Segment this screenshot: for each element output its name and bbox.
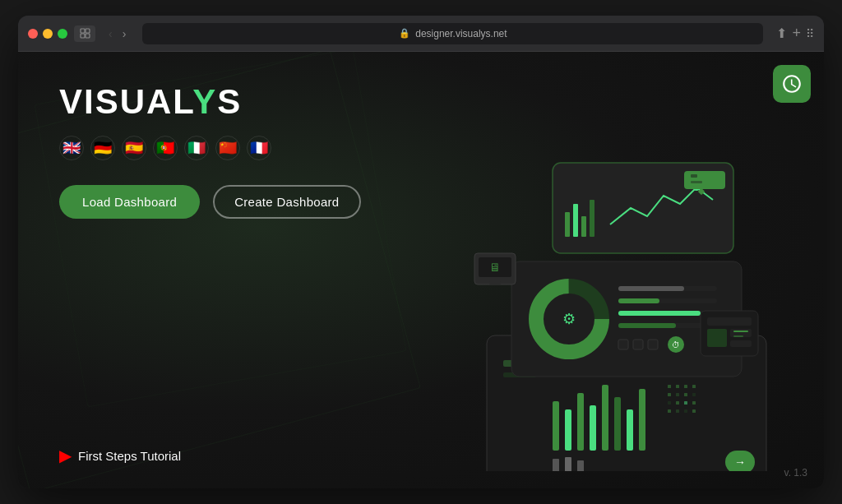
forward-button[interactable]: › xyxy=(119,25,130,42)
svg-rect-9 xyxy=(565,409,571,451)
svg-rect-58 xyxy=(590,200,594,237)
svg-rect-62 xyxy=(691,174,697,178)
svg-rect-72 xyxy=(730,340,752,347)
history-button[interactable] xyxy=(773,65,811,103)
svg-rect-18 xyxy=(577,460,584,471)
language-flags: 🇬🇧 🇩🇪 🇪🇸 🇵🇹 🇮🇹 🇨🇳 🇫🇷 xyxy=(59,136,361,160)
svg-rect-70 xyxy=(707,329,727,347)
svg-rect-63 xyxy=(691,181,702,183)
create-dashboard-button[interactable]: Create Dashboard xyxy=(213,185,360,219)
svg-text:⚙: ⚙ xyxy=(562,311,576,327)
svg-rect-57 xyxy=(581,216,586,237)
version-text: v. 1.3 xyxy=(784,467,807,479)
svg-rect-32 xyxy=(676,409,679,413)
svg-rect-8 xyxy=(553,401,559,451)
add-tab-icon[interactable]: + xyxy=(792,25,801,42)
svg-rect-11 xyxy=(590,405,596,451)
svg-rect-56 xyxy=(573,204,578,237)
svg-rect-16 xyxy=(553,459,559,471)
tab-switcher-button[interactable] xyxy=(74,25,95,42)
svg-rect-14 xyxy=(627,409,633,451)
svg-rect-24 xyxy=(676,393,679,396)
svg-rect-46 xyxy=(618,311,701,316)
svg-rect-49 xyxy=(618,340,628,349)
extensions-icon[interactable]: ⠿ xyxy=(806,27,814,40)
svg-text:→: → xyxy=(734,455,746,469)
flag-it[interactable]: 🇮🇹 xyxy=(184,136,209,160)
svg-rect-34 xyxy=(692,409,696,413)
address-bar[interactable]: 🔒 designer.visualys.net xyxy=(142,23,763,44)
svg-text:🖥: 🖥 xyxy=(489,261,501,274)
svg-rect-0 xyxy=(81,29,85,33)
svg-rect-1 xyxy=(86,29,90,33)
svg-rect-44 xyxy=(618,298,659,303)
share-icon[interactable]: ⬆ xyxy=(776,25,787,41)
svg-text:⏱: ⏱ xyxy=(672,340,680,349)
load-dashboard-button[interactable]: Load Dashboard xyxy=(59,185,200,219)
svg-rect-28 xyxy=(676,401,679,405)
svg-rect-25 xyxy=(684,393,687,396)
lock-icon: 🔒 xyxy=(399,28,410,39)
svg-rect-66 xyxy=(489,281,501,284)
flag-en[interactable]: 🇬🇧 xyxy=(59,136,84,160)
url-text: designer.visualys.net xyxy=(415,28,507,39)
svg-rect-33 xyxy=(684,409,687,413)
logo-special-char: Y xyxy=(192,82,217,121)
close-button[interactable] xyxy=(28,29,38,39)
main-content: VISUALYS 🇬🇧 🇩🇪 🇪🇸 🇵🇹 🇮🇹 🇨🇳 🇫🇷 Load Dashb… xyxy=(18,52,824,488)
svg-rect-20 xyxy=(676,385,679,388)
svg-rect-31 xyxy=(668,409,671,413)
tutorial-link[interactable]: ▶ First Steps Tutorial xyxy=(59,446,181,465)
svg-rect-10 xyxy=(577,393,584,451)
svg-rect-48 xyxy=(618,323,676,328)
left-panel: VISUALYS 🇬🇧 🇩🇪 🇪🇸 🇵🇹 🇮🇹 🇨🇳 🇫🇷 Load Dashb… xyxy=(59,85,361,235)
svg-rect-21 xyxy=(684,385,687,388)
svg-rect-30 xyxy=(692,401,696,405)
svg-rect-27 xyxy=(668,401,671,405)
svg-rect-60 xyxy=(684,171,725,189)
maximize-button[interactable] xyxy=(58,29,67,39)
flag-es[interactable]: 🇪🇸 xyxy=(122,136,146,160)
svg-rect-19 xyxy=(668,385,671,388)
svg-rect-17 xyxy=(565,457,571,471)
svg-rect-29 xyxy=(684,401,687,405)
flag-fr[interactable]: 🇫🇷 xyxy=(247,136,271,160)
svg-rect-23 xyxy=(668,393,671,396)
svg-rect-22 xyxy=(692,385,696,388)
svg-rect-74 xyxy=(733,335,743,337)
svg-rect-15 xyxy=(639,389,645,451)
traffic-lights xyxy=(28,29,67,39)
youtube-icon: ▶ xyxy=(59,446,72,465)
svg-rect-42 xyxy=(618,286,684,291)
back-button[interactable]: ‹ xyxy=(105,25,116,42)
svg-rect-50 xyxy=(633,340,643,349)
nav-arrows: ‹ › xyxy=(105,25,129,42)
svg-rect-3 xyxy=(86,34,90,38)
logo: VISUALYS xyxy=(59,85,361,119)
flag-pt[interactable]: 🇵🇹 xyxy=(153,136,178,160)
svg-rect-73 xyxy=(733,331,748,332)
browser-chrome: ‹ › 🔒 designer.visualys.net ⬆ + ⠿ xyxy=(18,16,824,52)
tutorial-label: First Steps Tutorial xyxy=(78,449,181,463)
flag-de[interactable]: 🇩🇪 xyxy=(90,136,115,160)
svg-rect-69 xyxy=(707,317,752,326)
browser-window: ‹ › 🔒 designer.visualys.net ⬆ + ⠿ VISUAL… xyxy=(18,16,824,488)
action-buttons: Load Dashboard Create Dashboard xyxy=(59,185,361,219)
svg-rect-12 xyxy=(602,385,608,451)
svg-rect-55 xyxy=(565,212,570,237)
svg-rect-51 xyxy=(648,340,658,349)
svg-rect-26 xyxy=(692,393,696,396)
svg-rect-2 xyxy=(81,34,85,38)
flag-zh[interactable]: 🇨🇳 xyxy=(215,136,240,160)
svg-rect-13 xyxy=(614,397,621,451)
browser-actions: ⬆ + ⠿ xyxy=(776,25,814,42)
dashboard-illustration: → ⚙ xyxy=(413,60,824,471)
minimize-button[interactable] xyxy=(43,29,53,39)
